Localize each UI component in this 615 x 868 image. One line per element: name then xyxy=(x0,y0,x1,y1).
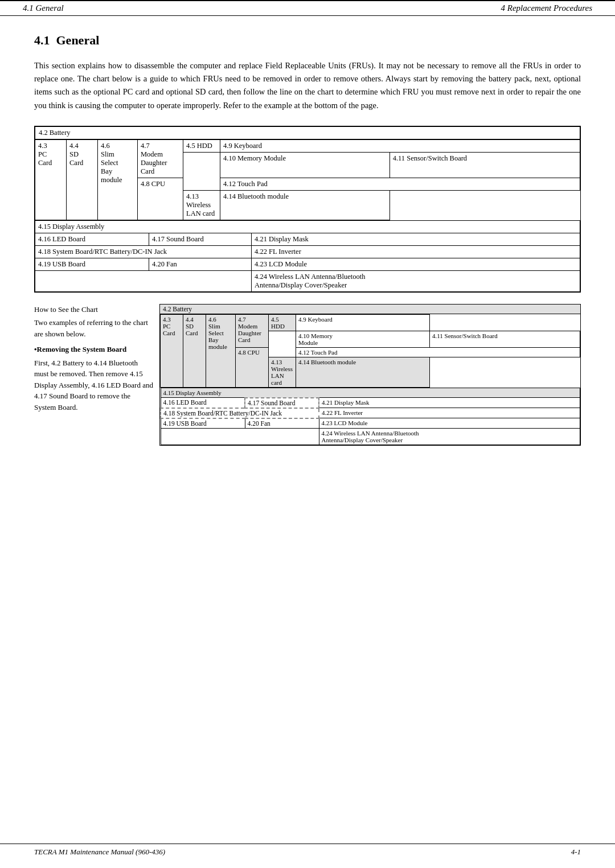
battery-label: 4.2 Battery xyxy=(35,126,580,139)
ex-cell-415: 4.15 Display Assembly xyxy=(161,388,580,398)
cell-415: 4.15 Display Assembly xyxy=(35,220,580,233)
ex-cell-416: 4.16 LED Board xyxy=(161,398,245,408)
ex-cell-46: 4.6 Slim Select Bay module xyxy=(206,314,236,387)
cell-47: 4.7 Modem Daughter Card xyxy=(138,139,183,178)
cell-45: 4.5 HDD xyxy=(183,139,220,152)
ex-cell-48: 4.8 CPU xyxy=(236,347,269,387)
cell-421: 4.21 Display Mask xyxy=(252,233,580,245)
ex-cell-43: 4.3 PC Card xyxy=(161,314,183,387)
cell-419: 4.19 USB Board xyxy=(35,258,149,270)
cell-empty-bottom xyxy=(35,270,252,291)
footer-right: 4-1 xyxy=(571,848,581,857)
cell-420: 4.20 Fan xyxy=(149,258,252,270)
ex-cell-410: 4.10 Memory Module xyxy=(296,331,430,347)
ex-cell-empty xyxy=(269,331,296,357)
ex-cell-414: 4.14 Bluetooth module xyxy=(296,357,430,387)
how-to-example-label: •Removing the System Board xyxy=(34,344,154,355)
example-battery: 4.2 Battery xyxy=(160,305,580,314)
ex-cell-45: 4.5 HDD xyxy=(269,314,296,331)
ex-cell-empty-bottom xyxy=(161,428,319,445)
cell-empty-1 xyxy=(183,152,220,190)
footer: TECRA M1 Maintenance Manual (960-436) 4-… xyxy=(0,844,615,857)
ex-cell-44: 4.4 SD Card xyxy=(183,314,206,387)
cell-46: 4.6 Slim Select Bay module xyxy=(98,139,138,220)
ex-cell-424: 4.24 Wireless LAN Antenna/Bluetooth Ante… xyxy=(319,428,580,445)
how-to-section: How to See the Chart Two examples of ref… xyxy=(34,304,581,446)
cell-423: 4.23 LCD Module xyxy=(252,258,580,270)
ex-cell-47: 4.7 Modem Daughter Card xyxy=(236,314,269,347)
ex-cell-419: 4.19 USB Board xyxy=(161,418,245,429)
header-left: 4.1 General xyxy=(23,3,64,13)
cell-416: 4.16 LED Board xyxy=(35,233,149,245)
ex-cell-423: 4.23 LCD Module xyxy=(319,418,580,429)
cell-48: 4.8 CPU xyxy=(138,178,183,220)
cell-49: 4.9 Keyboard xyxy=(220,139,580,152)
cell-43: 4.3 PC Card xyxy=(35,139,67,220)
cell-413: 4.13 Wireless LAN card xyxy=(183,190,220,220)
section-title: 4.1 General xyxy=(34,33,581,48)
cell-44: 4.4 SD Card xyxy=(67,139,98,220)
footer-left: TECRA M1 Maintenance Manual (960-436) xyxy=(34,848,165,857)
ex-cell-412: 4.12 Touch Pad xyxy=(296,347,580,357)
fru-chart-main: 4.2 Battery 4.3 PC Card 4.4 SD Card 4.6 … xyxy=(34,126,581,293)
ex-cell-417: 4.17 Sound Board xyxy=(245,398,319,408)
how-to-left: How to See the Chart Two examples of ref… xyxy=(34,304,159,446)
ex-cell-411: 4.11 Sensor/Switch Board xyxy=(429,331,580,347)
how-to-heading: How to See the Chart xyxy=(34,304,154,315)
fru-chart-example: 4.2 Battery 4.3 PC Card 4.4 SD Card 4.6 … xyxy=(159,304,581,446)
ex-cell-420: 4.20 Fan xyxy=(245,418,319,429)
cell-422: 4.22 FL Inverter xyxy=(252,245,580,258)
cell-412: 4.12 Touch Pad xyxy=(220,178,580,190)
cell-417: 4.17 Sound Board xyxy=(149,233,252,245)
ex-cell-421: 4.21 Display Mask xyxy=(319,398,580,408)
ex-cell-413: 4.13 Wireless LAN card xyxy=(269,357,296,387)
cell-418: 4.18 System Board/RTC Battery/DC-IN Jack xyxy=(35,245,252,258)
body-text: This section explains how to disassemble… xyxy=(34,59,581,112)
how-to-example-text: First, 4.2 Battery to 4.14 Bluetooth mus… xyxy=(34,357,154,413)
header-right: 4 Replacement Procedures xyxy=(501,3,593,13)
ex-cell-418: 4.18 System Board/RTC Battery/DC-IN Jack xyxy=(161,408,319,418)
cell-424: 4.24 Wireless LAN Antenna/Bluetooth Ante… xyxy=(252,270,580,291)
ex-cell-422: 4.22 FL Inverter xyxy=(319,408,580,418)
cell-410: 4.10 Memory Module xyxy=(220,152,390,178)
how-to-intro: Two examples of referring to the chart a… xyxy=(34,317,154,339)
cell-411: 4.11 Sensor/Switch Board xyxy=(390,152,580,178)
ex-cell-49: 4.9 Keyboard xyxy=(296,314,430,331)
cell-414: 4.14 Bluetooth module xyxy=(220,190,390,220)
